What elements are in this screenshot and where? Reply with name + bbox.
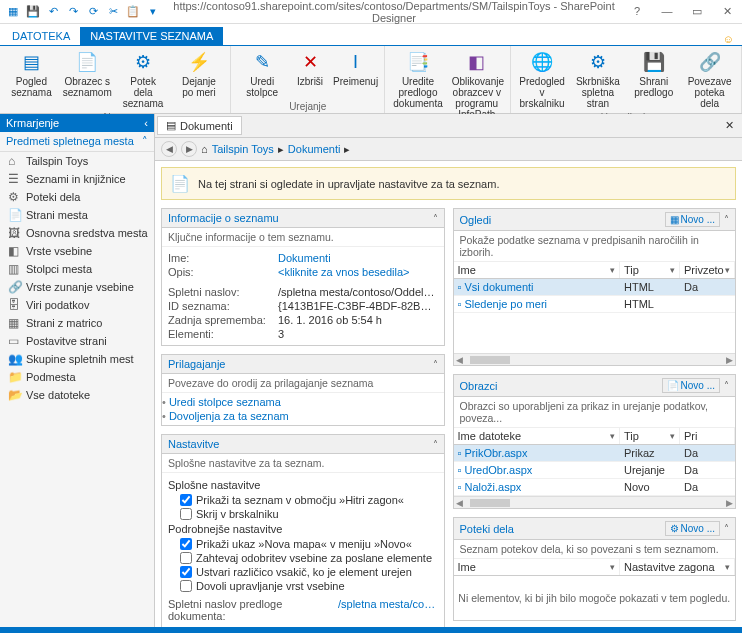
app-icon[interactable]: ▦ — [4, 3, 22, 21]
refresh-icon[interactable]: ⟳ — [84, 3, 102, 21]
col-header-name[interactable]: Ime▾ — [454, 559, 621, 575]
home-icon[interactable]: ⌂ — [201, 143, 208, 155]
ribbon-save-template[interactable]: 💾Shrani predlogo — [626, 48, 681, 100]
template-url-link[interactable]: /spletna mesta/contoso/Oddelki/SM/Tailsp… — [338, 598, 438, 622]
setting-checkbox[interactable] — [180, 538, 192, 550]
col-header-default[interactable]: Pri — [680, 428, 735, 444]
new-form-button[interactable]: 📄 Novo ... — [662, 378, 720, 393]
paste-icon[interactable]: 📋 — [124, 3, 142, 21]
panel-list-info: Informacije o seznamu˄ Ključne informaci… — [161, 208, 445, 346]
ribbon-edit-columns[interactable]: ✎Uredi stolpce — [235, 48, 289, 100]
nav-item-icon: 📂 — [8, 388, 22, 402]
setting-checkbox[interactable] — [180, 508, 192, 520]
ribbon-list-form[interactable]: 📄Obrazec s seznamom — [60, 48, 115, 100]
nav-header: Krmarjenje ‹ — [0, 114, 154, 132]
nav-item[interactable]: 🗄Viri podatkov — [0, 296, 154, 314]
panel-collapse-icon[interactable]: ˄ — [724, 380, 729, 391]
nav-item-icon: ⌂ — [8, 154, 22, 168]
panel-customization: Prilagajanje˄ Povezave do orodij za pril… — [161, 354, 445, 426]
breadcrumb-site[interactable]: Tailspin Toys — [212, 143, 274, 155]
undo-icon[interactable]: ↶ — [44, 3, 62, 21]
nav-item[interactable]: ▦Strani z matrico — [0, 314, 154, 332]
setting-checkbox[interactable] — [180, 552, 192, 564]
nav-item[interactable]: 🖼Osnovna sredstva mesta — [0, 224, 154, 242]
nav-item-icon: ☰ — [8, 172, 22, 186]
nav-item-icon: ⚙ — [8, 190, 22, 204]
nav-collapse-icon[interactable]: ‹ — [144, 117, 148, 129]
link-permissions[interactable]: Dovoljenja za ta seznam — [162, 409, 444, 423]
panel-collapse-icon[interactable]: ˄ — [724, 214, 729, 225]
feedback-icon[interactable]: ☺ — [723, 33, 734, 45]
redo-icon[interactable]: ↷ — [64, 3, 82, 21]
nav-item[interactable]: ▥Stolpci mesta — [0, 260, 154, 278]
link-edit-columns[interactable]: Uredi stolpce seznama — [162, 395, 444, 409]
ribbon-infopath[interactable]: ◧Oblikovanje obrazcev v programu InfoPat… — [448, 48, 506, 122]
table-row[interactable]: ▫ Vsi dokumentiHTMLDa — [454, 279, 736, 296]
panel-collapse-icon[interactable]: ˄ — [433, 439, 438, 450]
ribbon-rename[interactable]: IPreimenuj — [331, 48, 380, 89]
nav-item[interactable]: ⌂Tailspin Toys — [0, 152, 154, 170]
col-header-filename[interactable]: Ime datoteke▾ — [454, 428, 621, 444]
nav-item-icon: 🖼 — [8, 226, 22, 240]
nav-item[interactable]: 📁Podmesta — [0, 368, 154, 386]
setting-checkbox[interactable] — [180, 566, 192, 578]
tab-list-settings[interactable]: NASTAVITVE SEZNAMA — [80, 27, 223, 45]
setting-checkbox[interactable] — [180, 580, 192, 592]
ribbon-edit-template[interactable]: 📑Uredite predlogo dokumenta — [389, 48, 447, 111]
list-description-field[interactable]: <kliknite za vnos besedila> — [278, 266, 438, 278]
minimize-icon[interactable]: — — [656, 5, 678, 18]
nav-item[interactable]: 📂Vse datoteke — [0, 386, 154, 404]
nav-item[interactable]: ☰Seznami in knjižnice — [0, 170, 154, 188]
table-row[interactable]: ▫ Sledenje po meriHTML — [454, 296, 736, 313]
nav-section-site-objects[interactable]: Predmeti spletnega mesta˄ — [0, 132, 154, 152]
table-row[interactable]: ▫ PrikObr.aspxPrikazDa — [454, 445, 736, 462]
col-header-type[interactable]: Tip▾ — [620, 428, 680, 444]
cut-icon[interactable]: ✂ — [104, 3, 122, 21]
ribbon-list-view[interactable]: ▤Pogled seznama — [4, 48, 59, 100]
panel-collapse-icon[interactable]: ˄ — [433, 213, 438, 224]
ribbon-delete[interactable]: ✕Izbriši — [290, 48, 330, 89]
ribbon-tabs: DATOTEKA NASTAVITVE SEZNAMA ☺ — [0, 24, 742, 46]
ribbon-custom-action[interactable]: ⚡Dejanje po meri — [172, 48, 227, 100]
new-view-button[interactable]: ▦ Novo ... — [665, 212, 720, 227]
col-header-type[interactable]: Tip▾ — [620, 262, 680, 278]
list-name-link[interactable]: Dokumenti — [278, 252, 438, 264]
restore-icon[interactable]: ▭ — [686, 5, 708, 18]
new-workflow-button[interactable]: ⚙ Novo ... — [665, 521, 720, 536]
save-icon[interactable]: 💾 — [24, 3, 42, 21]
ribbon-workflow-links[interactable]: 🔗Povezave poteka dela — [682, 48, 737, 111]
ribbon-preview[interactable]: 🌐Predogled v brskalniku — [515, 48, 570, 111]
status-bar — [0, 627, 742, 633]
table-row[interactable]: ▫ UredObr.aspxUrejanjeDa — [454, 462, 736, 479]
close-icon[interactable]: ✕ — [716, 5, 738, 18]
scrollbar[interactable]: ◀▶ — [454, 353, 736, 365]
col-header-name[interactable]: Ime▾ — [454, 262, 621, 278]
breadcrumb-list[interactable]: Dokumenti — [288, 143, 341, 155]
nav-item[interactable]: ◧Vrste vsebine — [0, 242, 154, 260]
nav-item[interactable]: ⚙Poteki dela — [0, 188, 154, 206]
nav-item-icon: ▭ — [8, 334, 22, 348]
nav-back-icon[interactable]: ◀ — [161, 141, 177, 157]
table-row[interactable]: ▫ Naloži.aspxNovoDa — [454, 479, 736, 496]
nav-item[interactable]: 🔗Vrste zunanje vsebine — [0, 278, 154, 296]
nav-item[interactable]: 👥Skupine spletnih mest — [0, 350, 154, 368]
col-header-startup[interactable]: Nastavitve zagona▾ — [620, 559, 735, 575]
ribbon-list-workflow[interactable]: ⚙Potek dela seznama — [116, 48, 171, 111]
ribbon-admin-page[interactable]: ⚙Skrbniška spletna stran — [570, 48, 625, 111]
setting-checkbox[interactable] — [180, 494, 192, 506]
panel-collapse-icon[interactable]: ˄ — [724, 523, 729, 534]
nav-item-icon: 📁 — [8, 370, 22, 384]
help-icon[interactable]: ? — [626, 5, 648, 18]
nav-forward-icon[interactable]: ▶ — [181, 141, 197, 157]
col-header-default[interactable]: Privzeto▾ — [680, 262, 735, 278]
document-tabs: ▤ Dokumenti ✕ — [155, 114, 742, 138]
tab-file[interactable]: DATOTEKA — [2, 27, 80, 45]
doc-tab-dokumenti[interactable]: ▤ Dokumenti — [157, 116, 242, 135]
empty-message: Ni elementov, ki bi jih bilo mogoče poka… — [454, 576, 736, 620]
qat-dropdown-icon[interactable]: ▾ — [144, 3, 162, 21]
scrollbar[interactable]: ◀▶ — [454, 496, 736, 508]
nav-item[interactable]: ▭Postavitve strani — [0, 332, 154, 350]
nav-item[interactable]: 📄Strani mesta — [0, 206, 154, 224]
panel-collapse-icon[interactable]: ˄ — [433, 359, 438, 370]
close-tab-icon[interactable]: ✕ — [719, 119, 740, 132]
